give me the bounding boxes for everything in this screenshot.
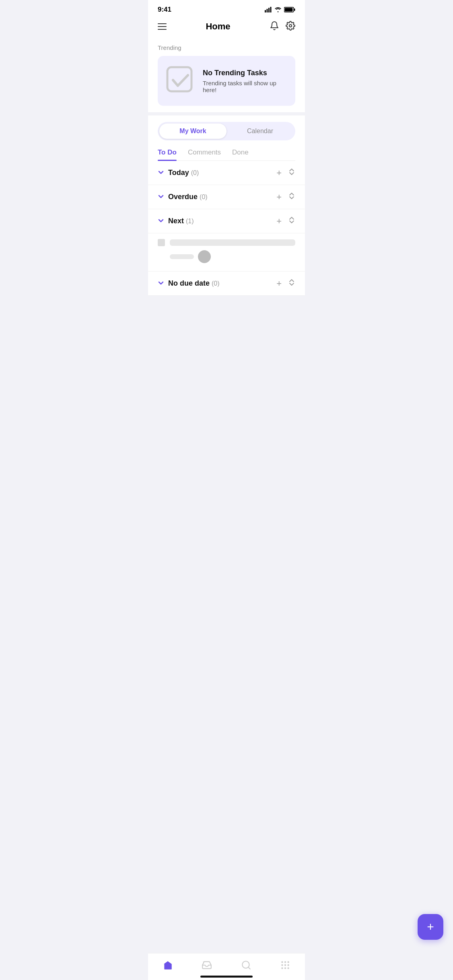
today-section-row[interactable]: Today (0) + [148, 161, 305, 185]
next-section-row[interactable]: Next (1) + [148, 209, 305, 233]
today-count: (0) [191, 169, 199, 176]
work-tabs-container: My Work Calendar To Do Comments Done [148, 115, 305, 161]
notification-icon[interactable] [270, 21, 279, 32]
no-due-date-count: (0) [212, 280, 220, 287]
trending-check-icon [166, 66, 195, 96]
next-count: (1) [186, 218, 194, 224]
menu-button[interactable] [158, 23, 167, 30]
today-sort-icon[interactable] [288, 168, 295, 177]
trending-subtitle: Trending tasks will show up here! [203, 80, 287, 93]
sub-tabs: To Do Comments Done [158, 148, 295, 161]
task-item-top [158, 239, 295, 246]
svg-rect-5 [294, 8, 295, 11]
status-bar: 9:41 [148, 0, 305, 17]
task-title-skeleton [170, 239, 295, 246]
next-section-title: Next (1) [168, 217, 194, 225]
next-sort-icon[interactable] [288, 216, 295, 226]
next-add-button[interactable]: + [276, 217, 282, 226]
svg-rect-3 [270, 7, 272, 12]
trending-label: Trending [158, 44, 295, 51]
task-meta-row [158, 250, 295, 263]
trending-section: Trending No Trending Tasks Trending task… [148, 38, 305, 112]
wifi-icon [274, 7, 282, 12]
task-avatar [198, 250, 211, 263]
next-actions: + [276, 216, 295, 226]
overdue-sort-icon[interactable] [288, 192, 295, 202]
today-section-title: Today (0) [168, 169, 199, 177]
battery-icon [284, 7, 295, 12]
task-list: Today (0) + [148, 161, 305, 296]
todo-tab[interactable]: To Do [158, 148, 177, 161]
trending-text: No Trending Tasks Trending tasks will sh… [203, 69, 287, 93]
next-chevron-icon [158, 217, 164, 225]
no-due-date-add-button[interactable]: + [276, 279, 282, 288]
today-chevron-icon [158, 169, 164, 177]
svg-rect-6 [285, 8, 293, 12]
no-due-date-sort-icon[interactable] [288, 279, 295, 288]
overdue-section-title: Overdue (0) [168, 193, 208, 201]
settings-icon[interactable] [286, 21, 295, 32]
trending-title: No Trending Tasks [203, 69, 287, 77]
header: Home [148, 17, 305, 38]
overdue-section-row[interactable]: Overdue (0) + [148, 185, 305, 209]
header-icons [270, 21, 295, 32]
svg-rect-0 [265, 10, 266, 12]
next-section-left: Next (1) [158, 217, 194, 225]
svg-rect-1 [267, 9, 268, 12]
view-switcher: My Work Calendar [158, 122, 295, 140]
svg-point-7 [289, 25, 292, 27]
task-checkbox[interactable] [158, 239, 165, 246]
no-due-date-section-title: No due date (0) [168, 279, 220, 288]
no-due-date-section-row[interactable]: No due date (0) + [148, 272, 305, 296]
overdue-section-left: Overdue (0) [158, 193, 208, 201]
status-time: 9:41 [158, 6, 171, 14]
today-actions: + [276, 168, 295, 177]
comments-tab[interactable]: Comments [188, 148, 221, 161]
done-tab[interactable]: Done [232, 148, 249, 161]
overdue-chevron-icon [158, 193, 164, 201]
section-divider [148, 112, 305, 115]
my-work-tab[interactable]: My Work [159, 124, 226, 139]
task-meta-skeleton [170, 254, 194, 259]
overdue-actions: + [276, 192, 295, 202]
calendar-tab[interactable]: Calendar [226, 124, 294, 139]
overdue-count: (0) [200, 194, 208, 200]
trending-card: No Trending Tasks Trending tasks will sh… [158, 56, 295, 106]
svg-rect-2 [268, 8, 270, 13]
today-section-left: Today (0) [158, 169, 199, 177]
today-add-button[interactable]: + [276, 169, 282, 177]
status-icons [265, 7, 295, 12]
no-due-date-section-left: No due date (0) [158, 279, 220, 288]
task-item[interactable] [148, 233, 305, 272]
no-due-date-actions: + [276, 279, 295, 288]
svg-rect-8 [167, 67, 191, 91]
overdue-add-button[interactable]: + [276, 193, 282, 202]
signal-icon [265, 7, 272, 12]
page-title: Home [206, 21, 230, 32]
no-due-date-chevron-icon [158, 280, 164, 288]
